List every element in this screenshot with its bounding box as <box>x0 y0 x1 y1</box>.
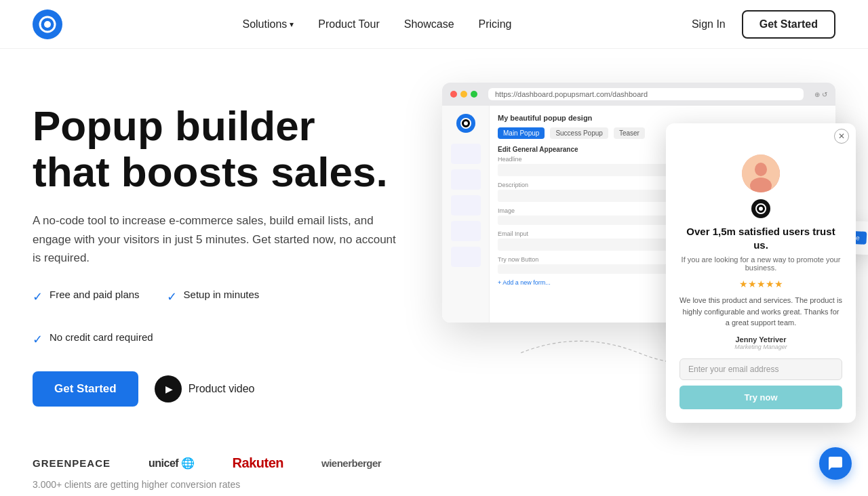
check-icon-1: ✓ <box>33 289 43 304</box>
popup-try-button[interactable]: Try now <box>679 386 842 409</box>
nav-pricing[interactable]: Pricing <box>479 18 512 30</box>
tab-main-popup[interactable]: Main Popup <box>498 127 545 139</box>
sidebar-item-5 <box>451 247 481 267</box>
logos-section: GREENPEACE unicef 🌐 Rakuten wienerberger… <box>0 434 868 490</box>
logo-icon <box>33 9 62 39</box>
popup-subtitle: If you are looking for a new way to prom… <box>679 255 842 272</box>
feature-label-1: Free and paid plans <box>50 289 140 300</box>
hero-section: Popup builder that boosts sales. A no-co… <box>0 49 868 434</box>
product-video-label: Product video <box>189 383 255 395</box>
svg-point-3 <box>464 121 468 125</box>
tab-teaser[interactable]: Teaser <box>614 127 645 139</box>
sidebar-item-4 <box>451 221 481 241</box>
logo-rakuten: Rakuten <box>233 455 283 471</box>
nav-get-started-button[interactable]: Get Started <box>742 10 835 39</box>
nav-product-tour[interactable]: Product Tour <box>318 18 379 30</box>
popup-header: ✕ <box>666 123 856 144</box>
sidebar-item-2 <box>451 169 481 190</box>
browser-dots <box>450 91 477 98</box>
feature-free-plans: ✓ Free and paid plans <box>33 289 140 304</box>
sign-in-link[interactable]: Sign In <box>692 18 726 30</box>
panel-title: My beautiful popup design <box>498 114 827 122</box>
chevron-down-icon: ▾ <box>290 20 294 29</box>
popup-role: Marketing Manager <box>679 344 842 350</box>
sidebar-item-1 <box>451 144 481 164</box>
hero-right: https://dashboard.popupsmart.com/dashboa… <box>442 83 835 323</box>
nav-right: Sign In Get Started <box>692 10 835 39</box>
product-video-link[interactable]: Product video <box>155 375 255 402</box>
nav-solutions[interactable]: Solutions ▾ <box>242 18 294 30</box>
hero-subtitle: A no-code tool to increase e-commerce sa… <box>33 211 399 267</box>
browser-bar: https://dashboard.popupsmart.com/dashboa… <box>442 83 835 106</box>
feature-setup: ✓ Setup in minutes <box>167 289 260 304</box>
feature-label-3: No credit card required <box>50 331 153 343</box>
sidebar-logo <box>456 114 475 133</box>
nav-icons: ⊕ ↺ <box>814 91 827 98</box>
navbar: Solutions ▾ Product Tour Showcase Pricin… <box>0 0 868 49</box>
popup-review-text: We love this product and services. The p… <box>679 295 842 329</box>
popup-stars: ★★★★★ <box>679 278 842 289</box>
popup-title: Over 1,5m satisfied users trust us. <box>679 225 842 251</box>
logo[interactable] <box>33 9 62 39</box>
tab-success-popup[interactable]: Success Popup <box>550 127 608 139</box>
check-icon-3: ✓ <box>33 332 43 347</box>
play-icon <box>155 375 182 402</box>
dot-green <box>471 91 477 98</box>
dot-red <box>450 91 457 98</box>
feature-label-2: Setup in minutes <box>184 289 260 300</box>
svg-point-8 <box>759 207 763 211</box>
sidebar-item-3 <box>451 195 481 215</box>
dot-yellow <box>460 91 467 98</box>
check-icon-2: ✓ <box>167 289 177 304</box>
popup-overlay: ✕ Over 1,5m satisfied users trust us. If… <box>666 123 856 423</box>
svg-point-1 <box>44 21 51 28</box>
popup-author: Jenny Yetriver <box>679 335 842 344</box>
popup-close-button[interactable]: ✕ <box>834 129 849 144</box>
feature-no-card: ✓ No credit card required <box>33 331 153 347</box>
popup-email-input[interactable]: Enter your email address <box>679 358 842 380</box>
hero-ctas: Get Started Product video <box>33 371 399 407</box>
hero-features: ✓ Free and paid plans ✓ Setup in minutes… <box>33 289 399 347</box>
popup-body: Over 1,5m satisfied users trust us. If y… <box>666 144 856 423</box>
url-bar: https://dashboard.popupsmart.com/dashboa… <box>488 88 804 100</box>
svg-point-5 <box>755 163 767 176</box>
logos-row: GREENPEACE unicef 🌐 Rakuten wienerberger <box>33 455 835 471</box>
hero-left: Popup builder that boosts sales. A no-co… <box>33 89 399 407</box>
chat-bubble-button[interactable] <box>819 447 852 480</box>
nav-links: Solutions ▾ Product Tour Showcase Pricin… <box>242 18 511 30</box>
logo-greenpeace: GREENPEACE <box>33 457 111 469</box>
popup-brand-logo <box>751 199 770 218</box>
nav-showcase[interactable]: Showcase <box>404 18 454 30</box>
logo-wienerberger: wienerberger <box>321 457 381 469</box>
sidebar-panel <box>442 106 490 323</box>
hero-title: Popup builder that boosts sales. <box>33 103 399 195</box>
logos-tagline: 3.000+ clients are getting higher conver… <box>33 479 835 490</box>
popup-avatar <box>742 154 780 192</box>
logo-unicef: unicef 🌐 <box>149 457 195 470</box>
hero-get-started-button[interactable]: Get Started <box>33 371 138 407</box>
